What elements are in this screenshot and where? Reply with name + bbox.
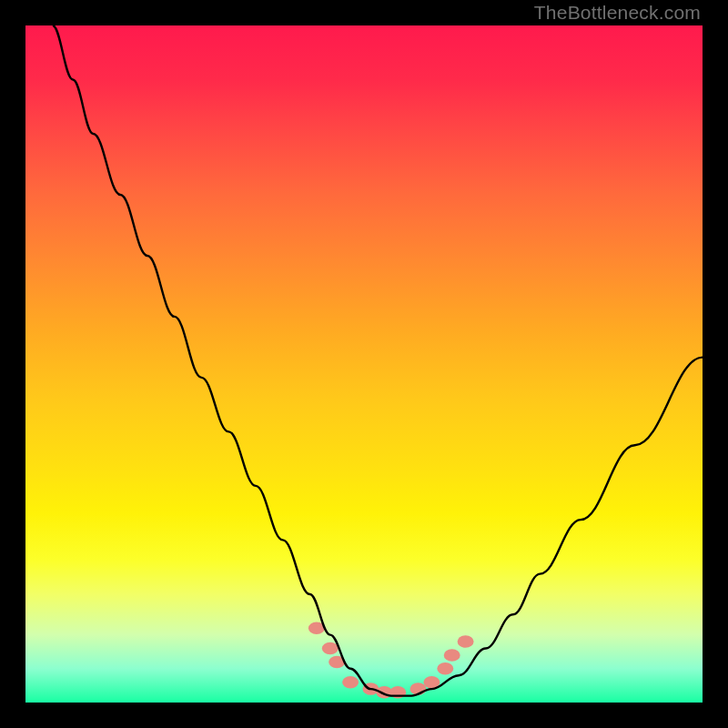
chart-plot-area: [25, 25, 703, 703]
highlight-dot: [437, 662, 453, 675]
chart-svg: [25, 25, 703, 703]
chart-frame: TheBottleneck.com: [0, 0, 728, 728]
highlight-dot: [458, 635, 474, 648]
highlight-dot: [342, 676, 359, 689]
highlight-dot: [322, 642, 339, 655]
bottleneck-curve-path: [53, 25, 703, 696]
attribution-label: TheBottleneck.com: [534, 2, 701, 24]
highlight-dot: [444, 649, 460, 662]
highlight-markers: [308, 622, 474, 698]
